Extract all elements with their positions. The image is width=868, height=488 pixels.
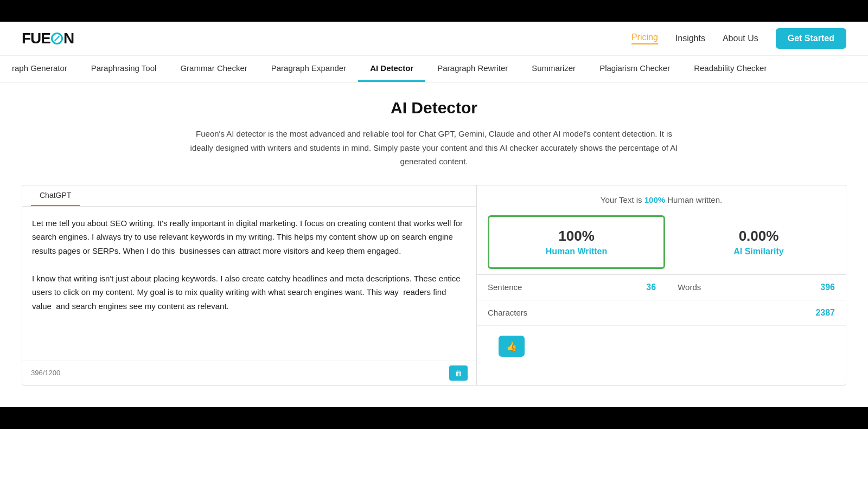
logo-icon: [51, 33, 63, 44]
ai-pct-value: 0.00%: [739, 228, 779, 245]
thumbs-up-button[interactable]: 👍: [499, 336, 525, 357]
textarea-wrapper: [22, 207, 476, 361]
logo-text-n: N: [63, 30, 74, 47]
words-value: 396: [701, 282, 835, 292]
human-pct-value: 100%: [495, 228, 658, 245]
nav-pricing[interactable]: Pricing: [631, 33, 658, 44]
logo[interactable]: FUEN: [22, 30, 74, 47]
sentence-value: 36: [522, 282, 656, 292]
result-cards: 100% Human Written 0.00% AI Similarity: [477, 210, 846, 275]
nav-insights[interactable]: Insights: [675, 34, 705, 43]
sub-nav: raph Generator Paraphrasing Tool Grammar…: [0, 56, 868, 82]
editor-panel: ChatGPT 396/1200 🗑: [22, 185, 477, 385]
subnav-plagiarism-checker[interactable]: Plagiarism Checker: [588, 56, 682, 82]
subnav-paragraph-expander[interactable]: Paragraph Expander: [259, 56, 358, 82]
main-area: ChatGPT 396/1200 🗑 Your Text is 100% Hum…: [22, 185, 846, 386]
result-header: Your Text is 100% Human written.: [477, 185, 846, 210]
ai-label: AI Similarity: [733, 247, 783, 256]
bottom-bar: [0, 407, 868, 429]
delete-icon: 🗑: [455, 369, 462, 377]
subnav-paragraph-generator[interactable]: raph Generator: [0, 56, 79, 82]
page-description: Fueon's AI detector is the most advanced…: [190, 127, 678, 169]
characters-value: 2387: [527, 308, 835, 318]
subnav-grammar-checker[interactable]: Grammar Checker: [168, 56, 259, 82]
sentence-label: Sentence: [488, 282, 522, 292]
characters-label: Characters: [488, 308, 527, 317]
stats-row-characters: Characters 2387: [477, 300, 846, 326]
result-human-pct: 100%: [644, 195, 665, 204]
stats-row-sentence: Sentence 36 Words 396: [477, 275, 846, 300]
nav-about-us[interactable]: About Us: [723, 34, 758, 43]
words-label: Words: [678, 282, 701, 292]
subnav-paragraph-rewriter[interactable]: Paragraph Rewriter: [425, 56, 520, 82]
get-started-button[interactable]: Get Started: [776, 28, 846, 49]
header: FUEN Pricing Insights About Us Get Start…: [0, 22, 868, 56]
results-panel: Your Text is 100% Human written. 100% Hu…: [477, 185, 846, 385]
tab-chatgpt[interactable]: ChatGPT: [31, 185, 80, 206]
logo-text-fue: FUE: [22, 30, 50, 47]
human-label: Human Written: [495, 247, 658, 256]
thumbs-up-icon: 👍: [506, 341, 517, 351]
main-nav: Pricing Insights About Us Get Started: [631, 28, 846, 49]
subnav-readability-checker[interactable]: Readability Checker: [682, 56, 778, 82]
subnav-ai-detector[interactable]: AI Detector: [358, 56, 425, 82]
subnav-summarizer[interactable]: Summarizer: [520, 56, 588, 82]
card-ai-similarity: 0.00% AI Similarity: [672, 210, 846, 274]
top-bar: [0, 0, 868, 22]
page-content: AI Detector Fueon's AI detector is the m…: [0, 82, 868, 407]
editor-tab-bar: ChatGPT: [22, 185, 476, 207]
page-title: AI Detector: [22, 99, 846, 117]
result-header-text: Your Text is: [601, 195, 642, 204]
result-human-suffix: Human written.: [667, 195, 722, 204]
thumbs-up-area: 👍: [477, 326, 846, 370]
editor-bottom-bar: 396/1200 🗑: [22, 361, 476, 385]
card-human-written: 100% Human Written: [488, 215, 665, 269]
subnav-paraphrasing-tool[interactable]: Paraphrasing Tool: [79, 56, 169, 82]
word-count-label: 396/1200: [31, 369, 60, 377]
content-textarea[interactable]: [22, 207, 476, 358]
delete-button[interactable]: 🗑: [449, 365, 468, 381]
